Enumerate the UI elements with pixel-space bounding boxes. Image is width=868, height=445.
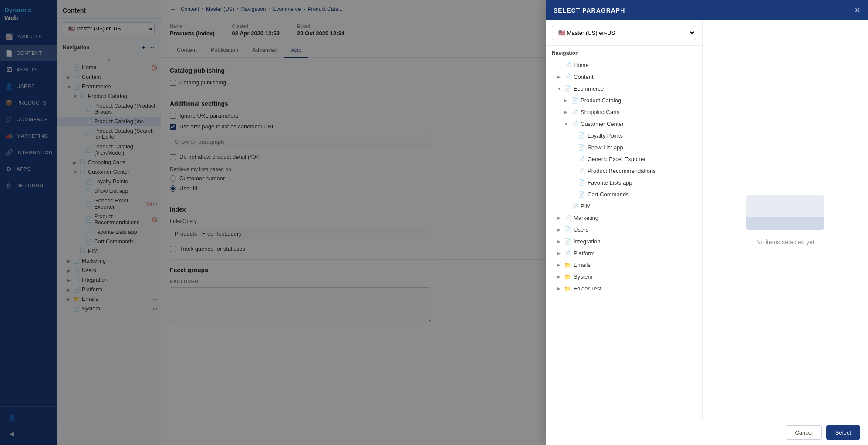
modal-nav-emails[interactable]: ▶ 📁 Emails (546, 259, 702, 271)
modal-label-generic-excel: Generic Excel Exporter (588, 156, 646, 162)
modal-icon-folder-test: 📁 (564, 285, 571, 292)
modal-lang-select-container: 🇺🇸 Master (US) en-US (546, 20, 702, 46)
modal-nav-product-catalog[interactable]: ▶ 📄 Product Catalog (546, 94, 702, 106)
modal-label-emails: Emails (574, 262, 591, 268)
modal-no-items-text: No items selected yet (756, 239, 814, 246)
modal-icon-content: 📄 (564, 74, 571, 80)
modal-language-select[interactable]: 🇺🇸 Master (US) en-US (552, 26, 696, 40)
modal-icon-loyalty: 📄 (578, 132, 585, 139)
modal-nav-platform[interactable]: ▶ 📄 Platform (546, 247, 702, 259)
modal-label-integration: Integration (574, 238, 600, 245)
modal-icon-shopping-carts: 📄 (571, 109, 578, 115)
modal-icon-pim: 📄 (571, 203, 578, 209)
modal-icon-home: 📄 (564, 62, 571, 68)
modal-chevron-ecommerce: ▼ (557, 86, 564, 91)
modal-label-product-catalog: Product Catalog (581, 97, 621, 104)
modal-icon-emails: 📁 (564, 262, 571, 268)
select-paragraph-modal: SELECT PARAGRAPH ✕ 🇺🇸 Master (US) en-US … (546, 0, 868, 445)
modal-label-favorite-lists: Favorite Lists app (588, 179, 632, 186)
modal-label-content: Content (574, 74, 594, 80)
modal-icon-product-rec: 📄 (578, 168, 585, 174)
modal-nav-content[interactable]: ▶ 📄 Content (546, 71, 702, 83)
modal-icon-marketing: 📄 (564, 215, 571, 221)
modal-icon-platform: 📄 (564, 250, 571, 256)
modal-chevron-content: ▶ (557, 74, 564, 79)
modal-nav-home[interactable]: 📄 Home (546, 59, 702, 71)
modal-label-show-list: Show List app (588, 144, 623, 151)
modal-nav-integration[interactable]: ▶ 📄 Integration (546, 236, 702, 247)
modal-icon-integration: 📄 (564, 238, 571, 245)
modal-icon-ecommerce: 📄 (564, 85, 571, 92)
modal-label-marketing: Marketing (574, 215, 598, 221)
modal-nav-pim[interactable]: 📄 PIM (546, 200, 702, 212)
modal-icon-generic-excel: 📄 (578, 156, 585, 162)
modal-label-folder-test: Folder Test (574, 285, 601, 292)
modal-label-users: Users (574, 226, 588, 233)
modal-icon-product-catalog: 📄 (571, 97, 578, 104)
modal-nav-tree: 📄 Home ▶ 📄 Content ▼ 📄 Ecommerce ▶ (546, 59, 702, 420)
modal-label-home: Home (574, 62, 589, 68)
modal-nav-shopping-carts[interactable]: ▶ 📄 Shopping Carts (546, 106, 702, 118)
modal-label-customer-center: Customer Center (581, 121, 624, 127)
modal-chevron-folder-test: ▶ (557, 286, 564, 291)
modal-chevron-system: ▶ (557, 274, 564, 279)
modal-label-product-rec: Product Recommendations (588, 168, 656, 174)
modal-icon-show-list: 📄 (578, 144, 585, 151)
modal-icon-cart-commands: 📄 (578, 191, 585, 198)
modal-header: SELECT PARAGRAPH ✕ (546, 0, 868, 20)
select-button[interactable]: Select (826, 425, 860, 440)
modal-icon-favorite-lists: 📄 (578, 179, 585, 186)
modal-nav-show-list-app[interactable]: 📄 Show List app (546, 142, 702, 153)
modal-chevron-product-catalog: ▶ (564, 98, 571, 103)
modal-label-ecommerce: Ecommerce (574, 85, 604, 92)
modal-label-cart-commands: Cart Commands (588, 191, 629, 198)
modal-icon-users: 📄 (564, 226, 571, 233)
modal-left-panel: 🇺🇸 Master (US) en-US Navigation 📄 Home ▶… (546, 20, 703, 420)
modal-nav-customer-center[interactable]: ▼ 📄 Customer Center (546, 118, 702, 130)
modal-label-pim: PIM (581, 203, 591, 209)
modal-nav-ecommerce[interactable]: ▼ 📄 Ecommerce (546, 83, 702, 94)
modal-chevron-users: ▶ (557, 227, 564, 232)
modal-nav-product-recommendations[interactable]: 📄 Product Recommendations (546, 165, 702, 177)
modal-chevron-emails: ▶ (557, 263, 564, 267)
modal-chevron-platform: ▶ (557, 251, 564, 256)
modal-chevron-marketing: ▶ (557, 216, 564, 220)
modal-nav-loyalty-points[interactable]: 📄 Loyalty Points (546, 130, 702, 142)
modal-right-panel: No items selected yet (703, 20, 868, 420)
modal-chevron-shopping-carts: ▶ (564, 110, 571, 115)
cancel-button[interactable]: Cancel (786, 425, 821, 440)
modal-nav-marketing[interactable]: ▶ 📄 Marketing (546, 212, 702, 224)
modal-label-loyalty: Loyalty Points (588, 132, 623, 139)
modal-nav-folder-test[interactable]: ▶ 📁 Folder Test (546, 283, 702, 294)
modal-nav-favorite-lists[interactable]: 📄 Favorite Lists app (546, 177, 702, 189)
modal-nav-cart-commands[interactable]: 📄 Cart Commands (546, 189, 702, 200)
modal-overlay: SELECT PARAGRAPH ✕ 🇺🇸 Master (US) en-US … (0, 0, 868, 445)
modal-title: SELECT PARAGRAPH (554, 7, 625, 14)
modal-label-shopping-carts: Shopping Carts (581, 109, 620, 115)
modal-footer: Cancel Select (546, 420, 868, 445)
modal-close-button[interactable]: ✕ (854, 6, 860, 14)
modal-nav-users[interactable]: ▶ 📄 Users (546, 224, 702, 236)
modal-icon-customer-center: 📄 (571, 121, 578, 127)
modal-chevron-integration: ▶ (557, 239, 564, 244)
modal-preview-image (746, 195, 824, 230)
modal-label-system: System (574, 273, 592, 280)
modal-nav-label: Navigation (546, 46, 702, 59)
modal-chevron-customer-center: ▼ (564, 121, 571, 126)
modal-nav-generic-excel[interactable]: 📄 Generic Excel Exporter (546, 153, 702, 165)
modal-nav-system[interactable]: ▶ 📁 System (546, 271, 702, 283)
modal-body: 🇺🇸 Master (US) en-US Navigation 📄 Home ▶… (546, 20, 868, 420)
modal-icon-system: 📁 (564, 273, 571, 280)
modal-label-platform: Platform (574, 250, 594, 256)
